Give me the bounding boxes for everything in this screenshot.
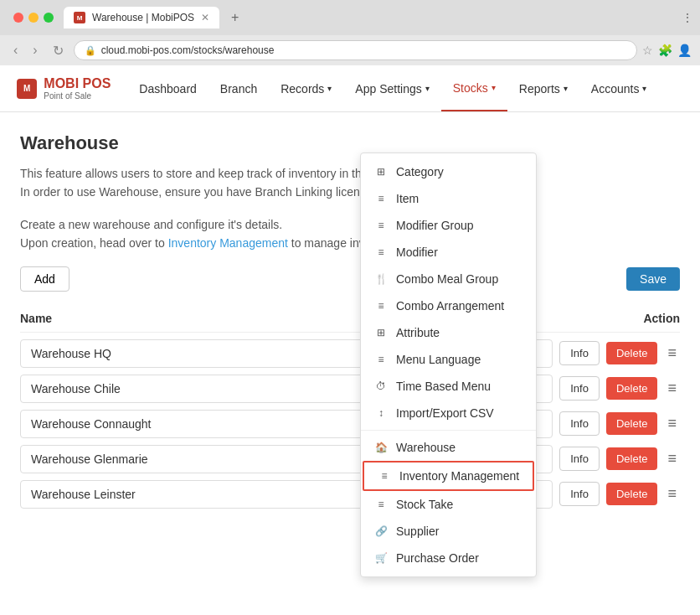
dropdown-item-combo-meal-group[interactable]: 🍴Combo Meal Group bbox=[361, 266, 536, 292]
inventory-management-icon: ≡ bbox=[378, 470, 391, 482]
reorder-button[interactable]: ≡ bbox=[664, 482, 680, 506]
nav-menu: Dashboard Branch Records▾ App Settings▾ … bbox=[127, 65, 658, 111]
toolbar: Add Save bbox=[20, 266, 680, 292]
attribute-icon: ⊞ bbox=[374, 327, 388, 339]
menu-language-icon: ≡ bbox=[374, 354, 388, 365]
logo-sub: Point of Sale bbox=[44, 91, 111, 101]
address-bar[interactable]: 🔒 cloud.mobi-pos.com/stocks/warehouse bbox=[74, 40, 637, 60]
nav-branch[interactable]: Branch bbox=[208, 65, 269, 111]
delete-button[interactable]: Delete bbox=[606, 377, 658, 400]
browser-tab[interactable]: M Warehouse | MobiPOS ✕ bbox=[64, 7, 219, 28]
browser-menu-icon[interactable]: ⋮ bbox=[682, 11, 693, 24]
delete-button[interactable]: Delete bbox=[606, 412, 658, 435]
table-row: Info Delete ≡ bbox=[20, 480, 680, 509]
records-caret: ▾ bbox=[327, 84, 332, 93]
delete-button[interactable]: Delete bbox=[606, 447, 658, 470]
dropdown-item-combo-arrangement[interactable]: ≡Combo Arrangement bbox=[361, 292, 536, 319]
app-header: M MOBI POS Point of Sale Dashboard Branc… bbox=[0, 65, 700, 112]
dropdown-item-modifier-group[interactable]: ≡Modifier Group bbox=[361, 212, 536, 239]
info-button[interactable]: Info bbox=[559, 411, 600, 436]
tab-favicon: M bbox=[74, 12, 85, 23]
refresh-button[interactable]: ↻ bbox=[48, 41, 69, 60]
nav-records[interactable]: Records▾ bbox=[269, 65, 343, 111]
nav-stocks[interactable]: Stocks▾ bbox=[441, 65, 507, 111]
dropdown-divider bbox=[361, 430, 536, 431]
logo: M MOBI POS Point of Sale bbox=[17, 76, 111, 101]
stocks-dropdown: ⊞Category≡Item≡Modifier Group≡Modifier🍴C… bbox=[360, 152, 537, 577]
app-settings-caret: ▾ bbox=[425, 84, 430, 93]
dropdown-item-item[interactable]: ≡Item bbox=[361, 185, 536, 212]
page-desc-1: This feature allows users to store and k… bbox=[20, 164, 680, 202]
info-button[interactable]: Info bbox=[559, 482, 600, 506]
main-content: Warehouse This feature allows users to s… bbox=[0, 112, 700, 615]
combo-arrangement-icon: ≡ bbox=[374, 300, 388, 312]
reorder-button[interactable]: ≡ bbox=[664, 376, 680, 401]
category-icon: ⊞ bbox=[374, 166, 388, 178]
tab-title: Warehouse | MobiPOS bbox=[92, 12, 194, 23]
dropdown-item-supplier[interactable]: 🔗Supplier bbox=[361, 518, 536, 545]
import-export-icon: ↕ bbox=[374, 407, 388, 419]
reorder-button[interactable]: ≡ bbox=[664, 341, 680, 365]
bookmark-icon[interactable]: ☆ bbox=[642, 44, 653, 57]
ssl-icon: 🔒 bbox=[85, 45, 96, 56]
info-button[interactable]: Info bbox=[559, 376, 600, 401]
dropdown-item-purchase-order[interactable]: 🛒Purchase Order bbox=[361, 545, 536, 571]
table-row: Info Delete ≡ bbox=[20, 445, 680, 473]
dropdown-item-menu-language[interactable]: ≡Menu Language bbox=[361, 346, 536, 373]
dropdown-item-inventory-management[interactable]: ≡Inventory Management bbox=[363, 461, 534, 491]
dropdown-item-time-based-menu[interactable]: ⏱Time Based Menu bbox=[361, 373, 536, 400]
dropdown-item-attribute[interactable]: ⊞Attribute bbox=[361, 319, 536, 346]
extension-icon[interactable]: 🧩 bbox=[658, 44, 672, 57]
delete-button[interactable]: Delete bbox=[606, 342, 658, 364]
browser-window: M Warehouse | MobiPOS ✕ + ⋮ ‹ › ↻ 🔒 clou… bbox=[0, 0, 700, 65]
logo-text: MOBI POS bbox=[44, 76, 111, 90]
delete-button[interactable]: Delete bbox=[606, 483, 658, 505]
info-button[interactable]: Info bbox=[559, 447, 600, 471]
add-button[interactable]: Add bbox=[20, 266, 69, 292]
tab-close-button[interactable]: ✕ bbox=[201, 12, 209, 23]
col-name-header: Name bbox=[20, 312, 52, 325]
purchase-order-icon: 🛒 bbox=[374, 552, 388, 564]
table-row: Info Delete ≡ bbox=[20, 339, 680, 368]
window-minimize[interactable] bbox=[28, 13, 39, 23]
dropdown-item-category[interactable]: ⊞Category bbox=[361, 158, 536, 185]
warehouse-icon: 🏠 bbox=[374, 442, 388, 453]
stock-take-icon: ≡ bbox=[374, 499, 388, 510]
dropdown-item-modifier[interactable]: ≡Modifier bbox=[361, 239, 536, 266]
modifier-icon: ≡ bbox=[374, 246, 388, 258]
nav-app-settings[interactable]: App Settings▾ bbox=[343, 65, 440, 111]
table-header: Name Action bbox=[20, 305, 680, 333]
nav-reports[interactable]: Reports▾ bbox=[507, 65, 579, 111]
stocks-caret: ▾ bbox=[492, 83, 496, 92]
window-close[interactable] bbox=[13, 13, 23, 23]
address-text: cloud.mobi-pos.com/stocks/warehouse bbox=[101, 44, 626, 56]
forward-button[interactable]: › bbox=[28, 41, 42, 59]
reports-caret: ▾ bbox=[564, 84, 568, 93]
accounts-caret: ▾ bbox=[642, 84, 646, 93]
logo-initials: M bbox=[23, 84, 30, 93]
inventory-management-link[interactable]: Inventory Management bbox=[168, 236, 288, 250]
page-desc-2: Create a new warehouse and configure it'… bbox=[20, 215, 680, 253]
warehouse-list: Info Delete ≡ Info Delete ≡ Info Delete … bbox=[20, 339, 680, 509]
nav-accounts[interactable]: Accounts▾ bbox=[579, 65, 659, 111]
dropdown-item-import-export[interactable]: ↕Import/Export CSV bbox=[361, 400, 536, 426]
table-row: Info Delete ≡ bbox=[20, 410, 680, 438]
window-maximize[interactable] bbox=[44, 13, 54, 23]
new-tab-button[interactable]: + bbox=[223, 5, 247, 30]
time-based-menu-icon: ⏱ bbox=[374, 380, 388, 392]
supplier-icon: 🔗 bbox=[374, 525, 388, 537]
reorder-button[interactable]: ≡ bbox=[664, 447, 680, 471]
table-row: Info Delete ≡ bbox=[20, 375, 680, 403]
reorder-button[interactable]: ≡ bbox=[664, 411, 680, 436]
nav-dashboard[interactable]: Dashboard bbox=[127, 65, 208, 111]
modifier-group-icon: ≡ bbox=[374, 220, 388, 231]
logo-box: M bbox=[17, 79, 37, 99]
page-title: Warehouse bbox=[20, 132, 680, 154]
dropdown-item-warehouse[interactable]: 🏠Warehouse bbox=[361, 434, 536, 461]
dropdown-item-stock-take[interactable]: ≡Stock Take bbox=[361, 491, 536, 518]
profile-icon[interactable]: 👤 bbox=[677, 44, 692, 57]
col-action-header: Action bbox=[643, 312, 680, 325]
info-button[interactable]: Info bbox=[559, 341, 600, 365]
save-button[interactable]: Save bbox=[626, 267, 680, 291]
back-button[interactable]: ‹ bbox=[8, 41, 23, 59]
